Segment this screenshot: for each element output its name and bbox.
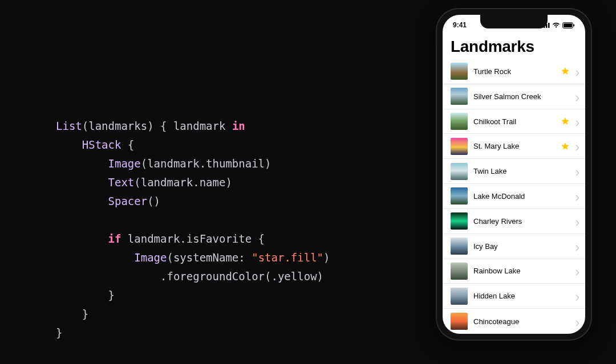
chevron-right-icon <box>576 143 579 149</box>
code-token: ) <box>323 251 330 264</box>
battery-icon <box>562 22 575 28</box>
iphone-device-frame: 9:41 Landmarks Turtle RockSilver Salmon … <box>436 8 592 341</box>
list-item[interactable]: Lake McDonald <box>443 184 585 209</box>
star-icon <box>561 67 570 76</box>
landmark-name: Lake McDonald <box>473 192 570 201</box>
swiftui-code-snippet: List(landmarks) { landmark in HStack { I… <box>56 98 375 342</box>
code-token: "star.fill" <box>252 251 323 264</box>
svg-rect-3 <box>548 23 550 28</box>
landmark-thumbnail <box>451 163 468 180</box>
chevron-right-icon <box>576 193 579 199</box>
list-item[interactable]: Hidden Lake <box>443 284 585 309</box>
code-token: (landmark.name) <box>134 176 232 189</box>
list-item[interactable]: Icy Bay <box>443 234 585 259</box>
landmark-name: Icy Bay <box>473 242 570 251</box>
code-token: } <box>82 308 88 320</box>
chevron-right-icon <box>576 243 579 250</box>
landmark-thumbnail <box>451 212 468 230</box>
landmark-thumbnail <box>451 238 468 255</box>
code-token: (landmark.thumbnail) <box>141 157 271 170</box>
code-token: Image <box>108 157 141 170</box>
landmark-name: Chilkoot Trail <box>473 117 555 126</box>
chevron-right-icon <box>576 118 579 125</box>
landmark-name: Hidden Lake <box>473 292 570 300</box>
list-item[interactable]: Silver Salmon Creek <box>443 84 585 109</box>
code-token: HStack <box>82 138 121 151</box>
code-token: () <box>147 195 160 207</box>
page-title: Landmarks <box>443 35 585 59</box>
landmark-name: Silver Salmon Creek <box>473 92 570 101</box>
landmark-thumbnail <box>451 263 468 280</box>
list-item[interactable]: Twin Lake <box>443 159 585 184</box>
code-token: { <box>121 138 134 151</box>
list-item[interactable]: Chincoteague <box>443 309 585 334</box>
chevron-right-icon <box>576 268 579 274</box>
list-item[interactable]: St. Mary Lake <box>443 134 585 159</box>
list-item[interactable]: Chilkoot Trail <box>443 109 585 134</box>
code-token: Image <box>134 251 167 264</box>
landmark-thumbnail <box>451 113 468 130</box>
code-token: if <box>108 232 121 245</box>
landmark-thumbnail <box>451 63 468 80</box>
landmark-name: St. Mary Lake <box>473 142 555 150</box>
notch <box>480 15 548 28</box>
chevron-right-icon <box>576 168 579 174</box>
chevron-right-icon <box>576 318 579 325</box>
landmark-name: Twin Lake <box>473 167 570 175</box>
star-icon <box>561 142 570 151</box>
code-token: Spacer <box>108 195 148 207</box>
code-token: in <box>232 120 245 132</box>
chevron-right-icon <box>576 218 579 224</box>
code-token: } <box>108 289 115 301</box>
code-token: List <box>56 120 82 132</box>
landmark-name: Chincoteague <box>473 317 570 326</box>
landmark-thumbnail <box>451 187 468 205</box>
chevron-right-icon <box>576 93 579 100</box>
landmark-name: Charley Rivers <box>473 217 570 226</box>
landmark-thumbnail <box>451 313 468 330</box>
code-token: landmark.isFavorite { <box>121 232 265 245</box>
landmark-list[interactable]: Turtle RockSilver Salmon CreekChilkoot T… <box>443 59 585 334</box>
iphone-screen: 9:41 Landmarks Turtle RockSilver Salmon … <box>443 15 585 334</box>
code-token: Text <box>108 176 135 189</box>
wifi-icon <box>552 22 560 28</box>
chevron-right-icon <box>576 293 579 299</box>
landmark-thumbnail <box>451 288 468 305</box>
star-icon <box>561 117 570 126</box>
list-item[interactable]: Rainbow Lake <box>443 259 585 284</box>
svg-rect-6 <box>574 24 575 26</box>
code-token: .foregroundColor(.yellow) <box>160 270 323 283</box>
code-token: (systemName: <box>167 251 252 264</box>
landmark-thumbnail <box>451 88 468 105</box>
svg-rect-5 <box>564 23 572 27</box>
list-item[interactable]: Charley Rivers <box>443 209 585 234</box>
landmark-thumbnail <box>451 138 468 155</box>
code-token: } <box>56 326 62 339</box>
chevron-right-icon <box>576 68 579 75</box>
code-token: (landmarks) { landmark <box>82 120 232 132</box>
status-time: 9:41 <box>453 21 467 29</box>
list-item[interactable]: Turtle Rock <box>443 59 585 84</box>
landmark-name: Rainbow Lake <box>473 267 570 275</box>
landmark-name: Turtle Rock <box>473 67 555 76</box>
